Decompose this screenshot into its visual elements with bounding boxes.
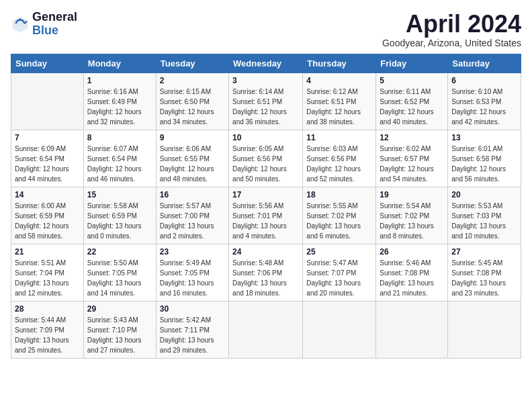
day-cell: 24Sunrise: 5:48 AM Sunset: 7:06 PM Dayli… <box>229 244 303 301</box>
day-number: 9 <box>160 133 225 142</box>
day-info: Sunrise: 5:43 AM Sunset: 7:10 PM Dayligh… <box>87 315 152 355</box>
header-cell-sunday: Sunday <box>11 54 84 73</box>
day-cell: 15Sunrise: 5:58 AM Sunset: 6:59 PM Dayli… <box>83 187 156 244</box>
day-info: Sunrise: 6:03 AM Sunset: 6:56 PM Dayligh… <box>306 144 372 184</box>
logo-blue-text: Blue <box>32 24 77 38</box>
day-cell: 21Sunrise: 5:51 AM Sunset: 7:04 PM Dayli… <box>11 244 84 301</box>
day-info: Sunrise: 5:54 AM Sunset: 7:02 PM Dayligh… <box>380 201 444 241</box>
day-info: Sunrise: 5:58 AM Sunset: 6:59 PM Dayligh… <box>87 201 152 241</box>
day-cell: 3Sunrise: 6:14 AM Sunset: 6:51 PM Daylig… <box>229 73 303 130</box>
day-number: 24 <box>232 247 299 257</box>
title-block: April 2024 Goodyear, Arizona, United Sta… <box>382 11 521 48</box>
day-info: Sunrise: 5:49 AM Sunset: 7:05 PM Dayligh… <box>160 258 225 298</box>
week-row-2: 7Sunrise: 6:09 AM Sunset: 6:54 PM Daylig… <box>11 130 521 187</box>
header-cell-thursday: Thursday <box>303 54 376 73</box>
day-cell: 4Sunrise: 6:12 AM Sunset: 6:51 PM Daylig… <box>303 73 376 130</box>
calendar-table: SundayMondayTuesdayWednesdayThursdayFrid… <box>11 54 521 359</box>
day-cell <box>376 301 448 358</box>
header-cell-saturday: Saturday <box>448 54 521 73</box>
day-cell: 28Sunrise: 5:44 AM Sunset: 7:09 PM Dayli… <box>11 301 84 358</box>
day-info: Sunrise: 5:47 AM Sunset: 7:07 PM Dayligh… <box>306 258 372 298</box>
day-cell: 9Sunrise: 6:06 AM Sunset: 6:55 PM Daylig… <box>156 130 228 187</box>
day-number: 7 <box>15 133 80 142</box>
day-number: 1 <box>87 76 152 85</box>
day-cell: 10Sunrise: 6:05 AM Sunset: 6:56 PM Dayli… <box>229 130 303 187</box>
day-info: Sunrise: 6:14 AM Sunset: 6:51 PM Dayligh… <box>232 87 299 127</box>
day-number: 29 <box>87 304 152 314</box>
location-subtitle: Goodyear, Arizona, United States <box>382 38 521 48</box>
day-info: Sunrise: 6:00 AM Sunset: 6:59 PM Dayligh… <box>15 201 80 241</box>
svg-point-1 <box>19 18 21 21</box>
day-number: 23 <box>160 247 225 257</box>
day-cell: 25Sunrise: 5:47 AM Sunset: 7:07 PM Dayli… <box>303 244 376 301</box>
day-info: Sunrise: 5:45 AM Sunset: 7:08 PM Dayligh… <box>451 258 517 298</box>
day-cell: 2Sunrise: 6:15 AM Sunset: 6:50 PM Daylig… <box>156 73 228 130</box>
day-cell <box>229 301 303 358</box>
day-info: Sunrise: 5:44 AM Sunset: 7:09 PM Dayligh… <box>15 315 80 355</box>
day-number: 17 <box>232 190 299 199</box>
day-cell: 1Sunrise: 6:16 AM Sunset: 6:49 PM Daylig… <box>83 73 156 130</box>
day-cell: 23Sunrise: 5:49 AM Sunset: 7:05 PM Dayli… <box>156 244 228 301</box>
day-cell: 17Sunrise: 5:56 AM Sunset: 7:01 PM Dayli… <box>229 187 303 244</box>
day-number: 22 <box>87 247 152 257</box>
day-cell: 22Sunrise: 5:50 AM Sunset: 7:05 PM Dayli… <box>83 244 156 301</box>
day-cell: 19Sunrise: 5:54 AM Sunset: 7:02 PM Dayli… <box>376 187 448 244</box>
month-title: April 2024 <box>382 11 521 38</box>
day-number: 26 <box>380 247 444 257</box>
day-info: Sunrise: 5:57 AM Sunset: 7:00 PM Dayligh… <box>160 201 225 241</box>
week-row-1: 1Sunrise: 6:16 AM Sunset: 6:49 PM Daylig… <box>11 73 521 130</box>
day-cell: 13Sunrise: 6:01 AM Sunset: 6:58 PM Dayli… <box>448 130 521 187</box>
day-cell: 14Sunrise: 6:00 AM Sunset: 6:59 PM Dayli… <box>11 187 84 244</box>
day-info: Sunrise: 6:15 AM Sunset: 6:50 PM Dayligh… <box>160 87 225 127</box>
day-cell: 18Sunrise: 5:55 AM Sunset: 7:02 PM Dayli… <box>303 187 376 244</box>
day-number: 10 <box>232 133 299 142</box>
day-cell <box>448 301 521 358</box>
day-number: 27 <box>451 247 517 257</box>
day-number: 4 <box>306 76 372 85</box>
header-cell-monday: Monday <box>83 54 156 73</box>
day-number: 19 <box>380 190 444 199</box>
day-info: Sunrise: 6:11 AM Sunset: 6:52 PM Dayligh… <box>380 87 444 127</box>
day-cell <box>303 301 376 358</box>
day-cell <box>11 73 84 130</box>
day-info: Sunrise: 6:10 AM Sunset: 6:53 PM Dayligh… <box>451 87 517 127</box>
page-header: General Blue April 2024 Goodyear, Arizon… <box>11 11 521 48</box>
week-row-4: 21Sunrise: 5:51 AM Sunset: 7:04 PM Dayli… <box>11 244 521 301</box>
day-cell: 27Sunrise: 5:45 AM Sunset: 7:08 PM Dayli… <box>448 244 521 301</box>
day-number: 12 <box>380 133 444 142</box>
logo-icon <box>11 15 30 34</box>
day-cell: 30Sunrise: 5:42 AM Sunset: 7:11 PM Dayli… <box>156 301 228 358</box>
day-info: Sunrise: 5:51 AM Sunset: 7:04 PM Dayligh… <box>15 258 80 298</box>
day-info: Sunrise: 5:53 AM Sunset: 7:03 PM Dayligh… <box>451 201 517 241</box>
day-info: Sunrise: 6:12 AM Sunset: 6:51 PM Dayligh… <box>306 87 372 127</box>
calendar-header: SundayMondayTuesdayWednesdayThursdayFrid… <box>11 54 521 73</box>
day-cell: 26Sunrise: 5:46 AM Sunset: 7:08 PM Dayli… <box>376 244 448 301</box>
header-cell-tuesday: Tuesday <box>156 54 228 73</box>
day-info: Sunrise: 6:16 AM Sunset: 6:49 PM Dayligh… <box>87 87 152 127</box>
day-info: Sunrise: 5:48 AM Sunset: 7:06 PM Dayligh… <box>232 258 299 298</box>
day-number: 16 <box>160 190 225 199</box>
header-cell-wednesday: Wednesday <box>229 54 303 73</box>
day-cell: 8Sunrise: 6:07 AM Sunset: 6:54 PM Daylig… <box>83 130 156 187</box>
day-cell: 6Sunrise: 6:10 AM Sunset: 6:53 PM Daylig… <box>448 73 521 130</box>
day-number: 21 <box>15 247 80 257</box>
day-number: 25 <box>306 247 372 257</box>
header-cell-friday: Friday <box>376 54 448 73</box>
day-info: Sunrise: 5:50 AM Sunset: 7:05 PM Dayligh… <box>87 258 152 298</box>
day-number: 5 <box>380 76 444 85</box>
day-number: 3 <box>232 76 299 85</box>
day-info: Sunrise: 5:55 AM Sunset: 7:02 PM Dayligh… <box>306 201 372 241</box>
logo: General Blue <box>11 11 77 38</box>
day-number: 14 <box>15 190 80 199</box>
day-cell: 5Sunrise: 6:11 AM Sunset: 6:52 PM Daylig… <box>376 73 448 130</box>
day-info: Sunrise: 6:07 AM Sunset: 6:54 PM Dayligh… <box>87 144 152 184</box>
day-info: Sunrise: 5:56 AM Sunset: 7:01 PM Dayligh… <box>232 201 299 241</box>
day-number: 6 <box>451 76 517 85</box>
week-row-3: 14Sunrise: 6:00 AM Sunset: 6:59 PM Dayli… <box>11 187 521 244</box>
day-number: 11 <box>306 133 372 142</box>
day-number: 2 <box>160 76 225 85</box>
day-number: 8 <box>87 133 152 142</box>
week-row-5: 28Sunrise: 5:44 AM Sunset: 7:09 PM Dayli… <box>11 301 521 358</box>
day-cell: 11Sunrise: 6:03 AM Sunset: 6:56 PM Dayli… <box>303 130 376 187</box>
day-number: 13 <box>451 133 517 142</box>
